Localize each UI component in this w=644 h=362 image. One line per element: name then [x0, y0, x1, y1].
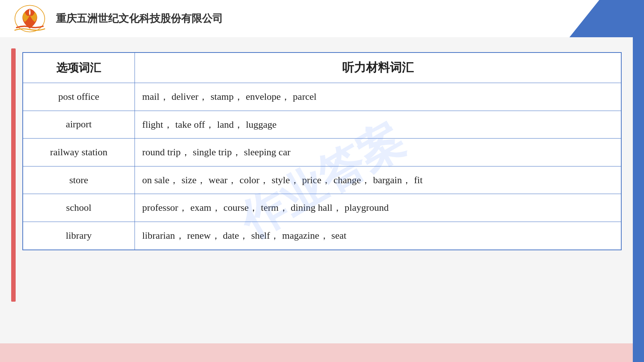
- location-cell: post office: [23, 83, 135, 111]
- vocabulary-cell: professor， exam， course， term， dining ha…: [135, 194, 621, 222]
- right-sidebar-bar: [633, 37, 644, 362]
- bottom-bar: [0, 343, 633, 362]
- vocabulary-table: 选项词汇 听力材料词汇 post officemail， deliver， st…: [22, 52, 622, 250]
- vocabulary-cell: librarian， renew， date， shelf， magazine，…: [135, 222, 621, 250]
- table-row: storeon sale， size， wear， color， style， …: [23, 166, 621, 194]
- main-content: 选项词汇 听力材料词汇 post officemail， deliver， st…: [0, 37, 644, 273]
- header: 重庆五洲世纪文化科技股份有限公司: [0, 0, 644, 37]
- header-blue-decoration: [569, 0, 644, 37]
- company-name: 重庆五洲世纪文化科技股份有限公司: [56, 12, 223, 26]
- table-row: schoolprofessor， exam， course， term， din…: [23, 194, 621, 222]
- vocabulary-cell: round trip， single trip， sleeping car: [135, 139, 621, 166]
- location-cell: airport: [23, 111, 135, 139]
- col1-header: 选项词汇: [23, 53, 135, 83]
- table-row: airportflight， take off， land， luggage: [23, 111, 621, 139]
- table-row: post officemail， deliver， stamp， envelop…: [23, 83, 621, 111]
- left-accent-bar: [11, 48, 16, 302]
- vocabulary-cell: mail， deliver， stamp， envelope， parcel: [135, 83, 621, 111]
- vocabulary-cell: on sale， size， wear， color， style， price…: [135, 166, 621, 194]
- vocabulary-cell: flight， take off， land， luggage: [135, 111, 621, 139]
- table-row: railway stationround trip， single trip， …: [23, 139, 621, 166]
- table-row: librarylibrarian， renew， date， shelf， ma…: [23, 222, 621, 250]
- table-body: post officemail， deliver， stamp， envelop…: [23, 83, 621, 250]
- logo-container: [11, 4, 48, 34]
- location-cell: library: [23, 222, 135, 250]
- table-header-row: 选项词汇 听力材料词汇: [23, 53, 621, 83]
- location-cell: school: [23, 194, 135, 222]
- company-logo: [13, 4, 47, 34]
- col2-header: 听力材料词汇: [135, 53, 621, 83]
- location-cell: store: [23, 166, 135, 194]
- location-cell: railway station: [23, 139, 135, 166]
